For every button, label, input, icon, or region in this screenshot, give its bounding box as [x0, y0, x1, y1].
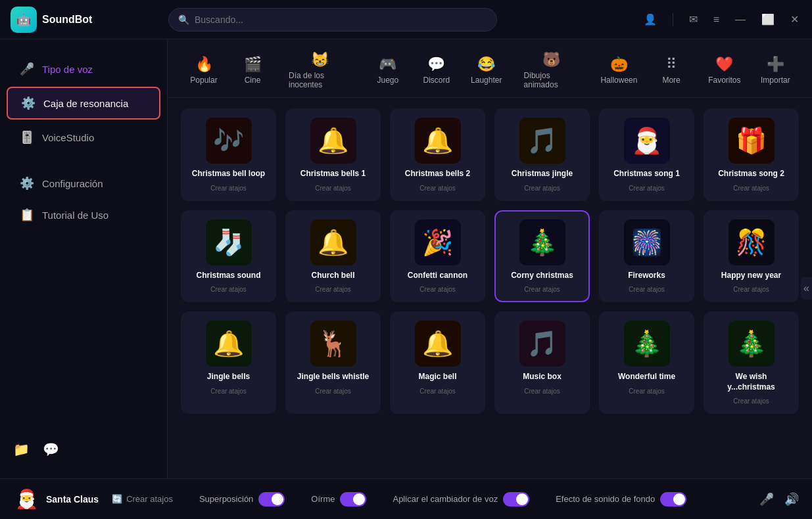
studio-icon: 🎚️ — [20, 130, 34, 145]
sound-subtitle: Crear atajos — [733, 286, 769, 293]
tab-label: Dibujos animados — [524, 71, 579, 89]
tab-favoritos[interactable]: ❤️ Favoritos — [700, 51, 750, 93]
sound-title: Christmas song 2 — [718, 169, 784, 179]
tab-label: Halloween — [600, 76, 637, 85]
sound-title: Christmas sound — [196, 271, 260, 281]
tab-label: More — [662, 76, 680, 85]
sound-card-music-box[interactable]: 🎵 Music box Crear atajos — [494, 311, 590, 414]
importar-icon: ➕ — [767, 56, 784, 73]
user-icon[interactable]: 👤 — [641, 11, 659, 28]
sound-card-wonderful-time[interactable]: 🎄 Wonderful time Crear atajos — [599, 311, 694, 414]
speaker-bottom-icon[interactable]: 🔊 — [784, 492, 799, 507]
oirme-toggle[interactable] — [340, 492, 366, 507]
sound-grid-container: 🎶 Christmas bell loop Crear atajos 🔔 Chr… — [168, 98, 812, 478]
sound-card-church-bell[interactable]: 🔔 Church bell Crear atajos — [285, 210, 381, 303]
tab-dia-inocentes[interactable]: 😸 Día de los inocentes — [278, 46, 362, 97]
tab-popular[interactable]: 🔥 Popular — [181, 51, 227, 93]
main-layout: 🎤 Tipo de voz ⚙️ Caja de resonancia 🎚️ V… — [0, 39, 812, 478]
superposicion-toggle[interactable] — [258, 492, 285, 507]
library-icon[interactable]: 📁 — [13, 441, 30, 457]
sound-subtitle: Crear atajos — [629, 286, 664, 293]
tab-label: Día de los inocentes — [289, 71, 352, 89]
favoritos-icon: ❤️ — [715, 56, 733, 73]
sidebar-item-tutorial[interactable]: 📋 Tutorial de Uso — [7, 200, 160, 230]
sound-icon: 🎉 — [415, 219, 461, 265]
sound-icon: 🎶 — [206, 118, 252, 164]
tab-label: Importar — [761, 76, 790, 85]
sidebar-item-voicestudio[interactable]: 🎚️ VoiceStudio — [7, 122, 160, 152]
oirme-label: Oírme — [311, 494, 335, 504]
sound-title: Christmas bells 2 — [405, 169, 470, 179]
sound-card-happy-new-year[interactable]: 🎊 Happy new year Crear atajos — [704, 210, 799, 303]
resonance-icon: ⚙️ — [21, 96, 36, 110]
atajos-label: Crear atajos — [126, 494, 173, 504]
chat-icon[interactable]: 💬 — [43, 441, 59, 457]
tab-halloween[interactable]: 🎃 Halloween — [592, 51, 646, 93]
sound-title: Christmas song 1 — [613, 169, 680, 179]
sidebar-middle-section: ⚙️ Configuración 📋 Tutorial de Uso — [0, 167, 167, 231]
discord-icon: 💬 — [427, 56, 445, 73]
sidebar-item-label: VoiceStudio — [42, 132, 94, 143]
sound-subtitle: Crear atajos — [733, 185, 769, 192]
create-atajos-button[interactable]: 🔄 Crear atajos — [112, 494, 173, 504]
sound-title: Corny christmas — [511, 271, 573, 281]
sound-card-corny-christmas[interactable]: 🎄 Corny christmas Crear atajos — [494, 210, 590, 303]
mail-icon[interactable]: ✉ — [686, 11, 700, 28]
superposicion-toggle-group: Superposición — [199, 492, 285, 507]
tab-discord[interactable]: 💬 Discord — [414, 51, 460, 93]
sound-title: Wonderful time — [618, 372, 675, 382]
search-bar[interactable]: 🔍 — [168, 8, 497, 32]
tab-laughter[interactable]: 😂 Laughter — [462, 51, 511, 93]
collapse-arrow[interactable]: « — [801, 277, 812, 300]
sound-subtitle: Crear atajos — [629, 388, 664, 395]
sound-card-christmas-bells-2[interactable]: 🔔 Christmas bells 2 Crear atajos — [390, 108, 485, 201]
sidebar-item-configuracion[interactable]: ⚙️ Configuración — [7, 168, 160, 198]
sound-card-christmas-jingle[interactable]: 🎵 Christmas jingle Crear atajos — [494, 108, 590, 201]
sound-icon: 🔔 — [310, 118, 356, 164]
sound-card-christmas-bell-loop[interactable]: 🎶 Christmas bell loop Crear atajos — [181, 108, 276, 201]
mic-icon: 🎤 — [20, 62, 34, 76]
search-input[interactable] — [195, 14, 487, 25]
tab-label: Juego — [377, 76, 398, 85]
sound-title: Confetti cannon — [408, 271, 467, 281]
sound-title: Church bell — [311, 271, 354, 281]
sound-subtitle: Crear atajos — [733, 397, 769, 405]
sound-card-christmas-sound[interactable]: 🧦 Christmas sound Crear atajos — [181, 210, 276, 303]
sound-subtitle: Crear atajos — [210, 286, 246, 293]
oirme-toggle-group: Oírme — [311, 492, 366, 507]
sound-card-christmas-bells-1[interactable]: 🔔 Christmas bells 1 Crear atajos — [285, 108, 381, 201]
sound-card-confetti-cannon[interactable]: 🎉 Confetti cannon Crear atajos — [390, 210, 485, 303]
minimize-icon[interactable]: — — [732, 11, 748, 28]
tab-cine[interactable]: 🎬 Cine — [229, 51, 275, 93]
sound-grid: 🎶 Christmas bell loop Crear atajos 🔔 Chr… — [181, 108, 799, 414]
sound-subtitle: Crear atajos — [524, 185, 560, 192]
sound-card-jingle-bells-whistle[interactable]: 🦌 Jingle bells whistle Crear atajos — [285, 311, 381, 414]
tab-more[interactable]: ⠿ More — [648, 51, 694, 93]
search-icon: 🔍 — [178, 14, 189, 25]
tab-juego[interactable]: 🎮 Juego — [365, 51, 411, 93]
sound-card-fireworks[interactable]: 🎆 Fireworks Crear atajos — [599, 210, 694, 303]
sound-card-jingle-bells[interactable]: 🔔 Jingle bells Crear atajos — [181, 311, 276, 414]
logo-area: 🤖 SoundBot — [11, 7, 168, 33]
sidebar-item-label: Configuración — [42, 178, 103, 189]
tab-importar[interactable]: ➕ Importar — [752, 51, 799, 93]
sound-card-we-wish-christmas[interactable]: 🎄 We wish y...christmas Crear atajos — [704, 311, 799, 414]
sound-card-christmas-song-2[interactable]: 🎁 Christmas song 2 Crear atajos — [704, 108, 799, 201]
sound-title: Christmas bells 1 — [300, 169, 366, 179]
sound-subtitle: Crear atajos — [210, 388, 246, 395]
efecto-toggle[interactable] — [660, 492, 686, 507]
content-area: 🔥 Popular 🎬 Cine 😸 Día de los inocentes … — [168, 39, 812, 478]
maximize-icon[interactable]: ⬜ — [759, 11, 777, 28]
sound-icon: 🎵 — [519, 321, 565, 367]
sound-card-magic-bell[interactable]: 🔔 Magic bell Crear atajos — [390, 311, 485, 414]
sidebar-item-caja-resonancia[interactable]: ⚙️ Caja de resonancia — [7, 87, 160, 120]
sidebar-item-tipo-de-voz[interactable]: 🎤 Tipo de voz — [7, 54, 160, 84]
tab-dibujos[interactable]: 🐻 Dibujos animados — [513, 46, 590, 97]
mic-bottom-icon[interactable]: 🎤 — [759, 492, 774, 507]
sound-card-christmas-song-1[interactable]: 🎅 Christmas song 1 Crear atajos — [599, 108, 694, 201]
config-icon: ⚙️ — [20, 176, 34, 191]
aplicar-toggle[interactable] — [503, 492, 529, 507]
menu-icon[interactable]: ≡ — [711, 11, 722, 28]
close-icon[interactable]: ✕ — [788, 11, 801, 28]
sound-subtitle: Crear atajos — [629, 185, 664, 192]
